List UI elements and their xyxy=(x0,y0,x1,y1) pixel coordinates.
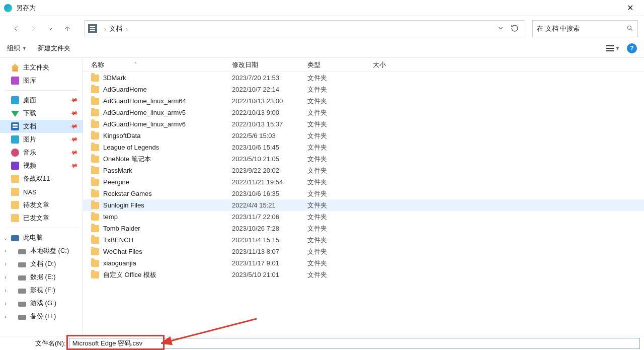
file-row[interactable]: League of Legends2023/10/6 15:45文件夹 xyxy=(83,142,644,153)
file-row[interactable]: WeChat Files2023/11/13 8:07文件夹 xyxy=(83,246,644,257)
file-name: Rockstar Games xyxy=(103,190,152,197)
file-name: AdGuardHome_linux_arm64 xyxy=(103,97,186,105)
sidebar-item[interactable]: 文档📌 xyxy=(0,120,83,133)
sidebar-item[interactable]: 图库 xyxy=(0,74,83,87)
sidebar-icon xyxy=(11,149,19,157)
close-button[interactable]: ✕ xyxy=(620,3,640,13)
pin-icon: 📌 xyxy=(69,122,79,131)
pin-icon: 📌 xyxy=(69,109,79,118)
file-row[interactable]: 3DMark2023/7/20 21:53文件夹 xyxy=(83,72,644,84)
file-date: 2023/10/26 7:28 xyxy=(232,225,307,232)
folder-icon xyxy=(91,260,99,267)
refresh-button[interactable] xyxy=(508,24,522,34)
back-button[interactable] xyxy=(9,22,23,36)
sidebar-item[interactable]: ›游戏 (G:) xyxy=(0,297,83,310)
up-button[interactable] xyxy=(60,22,74,36)
sidebar-label: 此电脑 xyxy=(23,233,43,242)
sidebar-item[interactable]: 桌面📌 xyxy=(0,94,83,107)
sidebar-icon xyxy=(18,289,26,294)
sidebar-label: 游戏 (G:) xyxy=(30,299,56,308)
sidebar-label: 下载 xyxy=(23,109,36,118)
file-type: 文件夹 xyxy=(307,97,373,106)
nav-row: › 文档 › 在 文档 中搜索 xyxy=(0,16,644,41)
crumb-segment[interactable]: 文档 xyxy=(109,24,122,33)
sidebar-label: 视频 xyxy=(23,161,36,170)
col-size[interactable]: 大小 xyxy=(373,60,413,69)
sidebar-item[interactable]: ›影视 (F:) xyxy=(0,284,83,297)
sidebar-item[interactable]: ›文档 (D:) xyxy=(0,257,83,270)
file-type: 文件夹 xyxy=(307,259,373,268)
file-row[interactable]: TxBENCH2023/11/4 15:15文件夹 xyxy=(83,234,644,246)
file-row[interactable]: Peergine2022/11/21 19:54文件夹 xyxy=(83,176,644,188)
help-button[interactable]: ? xyxy=(627,43,637,53)
file-row[interactable]: AdGuardHome_linux_armv52022/10/13 9:00文件… xyxy=(83,107,644,118)
file-date: 2023/11/13 8:07 xyxy=(232,248,307,255)
sidebar-icon xyxy=(11,175,19,183)
crumb-sep: › xyxy=(104,25,106,33)
sidebar-item[interactable]: NAS xyxy=(0,185,83,198)
file-row[interactable]: AdGuardHome2022/10/7 22:14文件夹 xyxy=(83,84,644,95)
file-type: 文件夹 xyxy=(307,189,373,198)
file-row[interactable]: Tomb Raider2023/10/26 7:28文件夹 xyxy=(83,223,644,234)
sidebar-item[interactable]: 待发文章 xyxy=(0,198,83,212)
file-name: Tomb Raider xyxy=(103,225,140,232)
sidebar-label: NAS xyxy=(23,188,37,196)
file-area: 名称˄ 修改日期 类型 大小 3DMark2023/7/20 21:53文件夹A… xyxy=(83,58,644,334)
col-name[interactable]: 名称˄ xyxy=(91,60,232,69)
file-name: 自定义 Office 模板 xyxy=(103,270,156,279)
sidebar-icon xyxy=(11,63,19,72)
sidebar-item[interactable]: 音乐📌 xyxy=(0,146,83,159)
file-row[interactable]: OneNote 笔记本2023/5/10 21:05文件夹 xyxy=(83,153,644,165)
sort-indicator-icon: ˄ xyxy=(134,62,137,67)
forward-button[interactable] xyxy=(26,22,40,36)
sidebar-item[interactable]: 已发文章 xyxy=(0,212,83,225)
sidebar-icon xyxy=(18,249,26,254)
sidebar-label: 备份 (H:) xyxy=(30,312,56,321)
column-headers: 名称˄ 修改日期 类型 大小 xyxy=(83,58,644,72)
sidebar-item[interactable]: 主文件夹 xyxy=(0,61,83,74)
history-dropdown[interactable] xyxy=(43,22,57,36)
sidebar-label: 数据 (E:) xyxy=(30,272,56,282)
sidebar-label: 文档 xyxy=(23,122,36,131)
file-row[interactable]: 自定义 Office 模板2023/5/10 21:01文件夹 xyxy=(83,269,644,281)
file-row[interactable]: PassMark2023/9/22 20:02文件夹 xyxy=(83,165,644,176)
file-row[interactable]: KingsoftData2022/5/6 15:03文件夹 xyxy=(83,130,644,142)
address-dropdown[interactable] xyxy=(494,25,508,33)
search-placeholder: 在 文档 中搜索 xyxy=(537,24,580,33)
file-row[interactable]: xiaoguanjia2023/11/17 9:01文件夹 xyxy=(83,257,644,269)
file-row[interactable]: Sunlogin Files2022/4/4 15:21文件夹 xyxy=(83,199,644,211)
svg-point-0 xyxy=(627,26,631,29)
file-row[interactable]: Rockstar Games2023/10/6 16:35文件夹 xyxy=(83,188,644,199)
address-bar[interactable]: › 文档 › xyxy=(85,20,525,37)
sidebar-item[interactable]: ⌄此电脑 xyxy=(0,231,83,244)
new-folder-button[interactable]: 新建文件夹 xyxy=(38,44,70,53)
col-date[interactable]: 修改日期 xyxy=(232,60,307,69)
sidebar-item[interactable]: 视频📌 xyxy=(0,159,83,172)
folder-icon xyxy=(91,214,99,221)
file-date: 2023/11/4 15:15 xyxy=(232,236,307,244)
file-row[interactable]: AdGuardHome_linux_armv62022/10/13 15:37文… xyxy=(83,118,644,130)
sidebar-item[interactable]: ›数据 (E:) xyxy=(0,270,83,284)
sidebar-item[interactable]: 下载📌 xyxy=(0,107,83,120)
file-type: 文件夹 xyxy=(307,143,373,152)
document-icon xyxy=(88,24,97,33)
sidebar-item[interactable]: 图片📌 xyxy=(0,133,83,146)
search-box[interactable]: 在 文档 中搜索 xyxy=(532,20,638,37)
file-name: TxBENCH xyxy=(103,236,133,244)
sidebar-item[interactable]: ›备份 (H:) xyxy=(0,310,83,323)
file-date: 2023/7/20 21:53 xyxy=(232,74,307,82)
sidebar-icon xyxy=(11,235,19,241)
folder-icon xyxy=(91,144,99,151)
file-row[interactable]: temp2023/11/7 22:06文件夹 xyxy=(83,211,644,223)
file-name: KingsoftData xyxy=(103,132,140,139)
view-options-button[interactable]: ▼ xyxy=(606,45,620,51)
filename-input[interactable] xyxy=(69,338,640,349)
organize-button[interactable]: 组织 ▼ xyxy=(7,44,27,53)
file-row[interactable]: AdGuardHome_linux_arm642022/10/13 23:00文… xyxy=(83,95,644,107)
file-name: AdGuardHome xyxy=(103,86,147,93)
file-name: 3DMark xyxy=(103,74,126,82)
sidebar-item[interactable]: ›本地磁盘 (C:) xyxy=(0,244,83,257)
sidebar-item[interactable]: 备战双11 xyxy=(0,172,83,185)
col-type[interactable]: 类型 xyxy=(307,60,373,69)
file-date: 2022/11/21 19:54 xyxy=(232,178,307,186)
